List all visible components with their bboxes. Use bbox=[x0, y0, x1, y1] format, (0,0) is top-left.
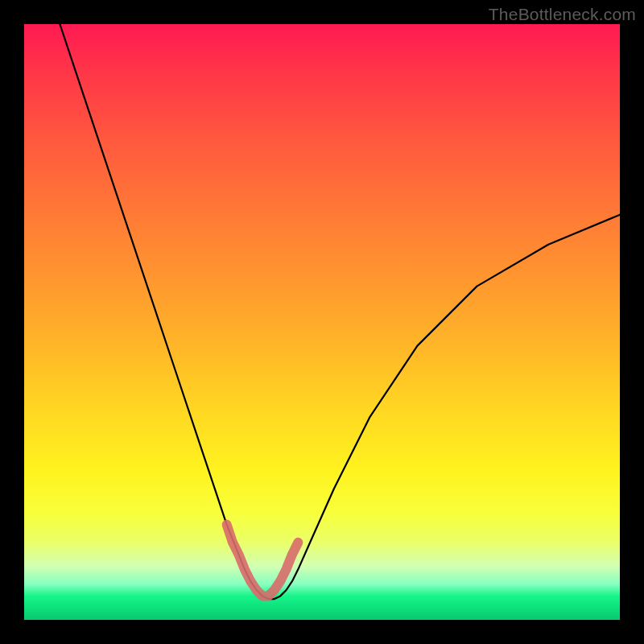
bottom-highlight bbox=[227, 525, 299, 597]
curve-svg bbox=[24, 24, 620, 620]
watermark-text: TheBottleneck.com bbox=[489, 5, 636, 24]
plot-area bbox=[24, 24, 620, 620]
chart-frame: TheBottleneck.com bbox=[0, 0, 644, 644]
bottleneck-curve bbox=[60, 24, 620, 599]
